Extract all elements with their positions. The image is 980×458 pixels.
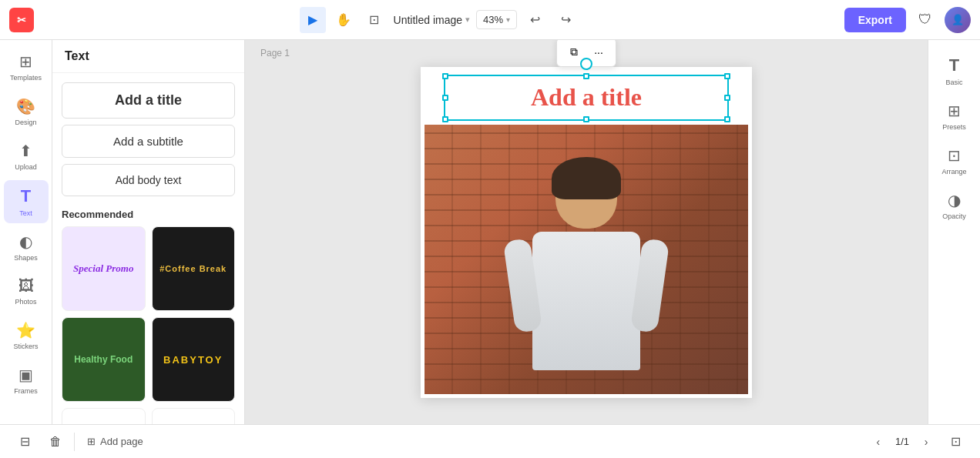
select-tool-button[interactable]: ▶ <box>300 7 326 33</box>
add-subtitle-button[interactable]: Add a subtitle <box>62 125 235 158</box>
stickers-icon: ⭐ <box>16 321 35 339</box>
presets-icon: ⊞ <box>948 102 961 120</box>
app-logo[interactable]: ✂ <box>9 8 34 32</box>
avatar[interactable]: 👤 <box>945 7 971 33</box>
text-panel: Text Add a title Add a subtitle Add body… <box>52 40 245 424</box>
undo-button[interactable]: ↩ <box>522 7 548 33</box>
delete-button[interactable]: 🗑 <box>43 430 68 454</box>
canvas-frame[interactable]: ⧉ ··· Add a title <box>421 67 752 398</box>
add-page-button[interactable]: ⊞ Add page <box>81 433 149 450</box>
person-hair <box>552 157 621 199</box>
layout-tool-button[interactable]: ⊡ <box>361 7 388 33</box>
add-title-button[interactable]: Add a title <box>62 82 235 119</box>
template-coffee-break[interactable]: #Coffee Break <box>152 226 236 311</box>
sidebar-item-templates[interactable]: ⊞ Templates <box>4 46 49 88</box>
recommended-label: Recommended <box>62 209 235 220</box>
right-panel-label: Arrange <box>941 168 966 176</box>
sidebar-item-frames[interactable]: ▣ Frames <box>4 359 49 401</box>
template-love-it[interactable]: Love it . <box>152 408 236 424</box>
more-options-button[interactable]: ··· <box>588 42 609 63</box>
opacity-icon: ◑ <box>948 191 961 209</box>
history-tools: 43% ▾ ↩ ↪ <box>476 7 579 33</box>
frames-icon: ▣ <box>18 366 33 384</box>
template-grid: Special Promo #Coffee Break Healthy Food… <box>62 226 235 424</box>
pan-tool-button[interactable]: ✋ <box>331 7 357 33</box>
bottom-bar: ⊟ 🗑 ⊞ Add page ‹ 1/1 › ⊡ <box>0 424 980 458</box>
right-panel: T Basic ⊞ Presets ⊡ Arrange ◑ Opacity <box>928 40 980 424</box>
right-panel-label: Opacity <box>942 212 966 220</box>
templates-icon: ⊞ <box>19 52 32 71</box>
page-nav: ‹ 1/1 › ⊡ <box>868 430 968 454</box>
right-panel-presets[interactable]: ⊞ Presets <box>932 95 977 137</box>
panel-body: Add a title Add a subtitle Add body text… <box>52 73 244 424</box>
right-panel-label: Basic <box>945 79 962 86</box>
prev-page-button[interactable]: ‹ <box>868 431 889 453</box>
person-figure <box>532 163 640 370</box>
basic-icon: T <box>949 55 959 75</box>
topbar-center: ▶ ✋ ⊡ Untitled image ▾ 43% ▾ ↩ ↪ <box>40 7 838 33</box>
sidebar: ⊞ Templates 🎨 Design ⬆ Upload T Text ◐ S… <box>0 40 52 424</box>
sidebar-item-label: Design <box>15 119 36 126</box>
panel-title: Text <box>52 40 244 73</box>
next-page-button[interactable]: › <box>915 431 937 453</box>
sidebar-item-stickers[interactable]: ⭐ Stickers <box>4 315 49 356</box>
template-special-promo[interactable]: Special Promo <box>62 226 146 311</box>
divider <box>74 433 75 451</box>
sidebar-item-label: Stickers <box>13 343 38 350</box>
canvas-photo[interactable] <box>425 125 748 394</box>
shapes-icon: ◐ <box>19 232 32 251</box>
grid-view-button[interactable]: ⊟ <box>12 430 37 454</box>
copy-button[interactable]: ⧉ <box>563 42 585 63</box>
text-icon: T <box>21 186 31 206</box>
sidebar-item-photos[interactable]: 🖼 Photos <box>4 271 49 312</box>
canvas-title-element[interactable]: ⧉ ··· Add a title <box>444 75 729 121</box>
template-okay[interactable]: okay. <box>62 408 146 424</box>
page-count: 1/1 <box>895 436 909 447</box>
right-panel-arrange[interactable]: ⊡ Arrange <box>932 140 977 182</box>
canvas-area: Page 1 ⧉ ··· <box>245 40 928 424</box>
main-area: ⊞ Templates 🎨 Design ⬆ Upload T Text ◐ S… <box>0 40 980 424</box>
right-panel-basic[interactable]: T Basic <box>932 49 977 92</box>
topbar-right: Export 🛡 👤 <box>844 7 971 33</box>
document-title[interactable]: Untitled image ▾ <box>394 14 471 26</box>
topbar-tools: ▶ ✋ ⊡ <box>300 7 388 33</box>
sidebar-item-label: Templates <box>10 74 42 82</box>
add-page-label: Add page <box>100 436 143 447</box>
right-panel-label: Presets <box>942 123 966 131</box>
design-icon: 🎨 <box>16 97 35 115</box>
shield-button[interactable]: 🛡 <box>912 7 938 33</box>
sidebar-item-text[interactable]: T Text <box>4 180 49 223</box>
export-button[interactable]: Export <box>844 8 906 32</box>
zoom-control[interactable]: 43% ▾ <box>476 10 517 29</box>
canvas-title-text[interactable]: Add a title <box>444 75 729 121</box>
redo-button[interactable]: ↪ <box>552 7 579 33</box>
sidebar-item-label: Photos <box>15 298 36 306</box>
upload-icon: ⬆ <box>19 142 32 160</box>
person-body <box>532 232 640 370</box>
photo-background <box>425 125 748 394</box>
add-body-button[interactable]: Add body text <box>62 164 235 196</box>
fullscreen-button[interactable]: ⊡ <box>943 430 968 454</box>
sidebar-item-design[interactable]: 🎨 Design <box>4 91 49 132</box>
template-healthy-food[interactable]: Healthy Food <box>62 317 146 402</box>
sidebar-item-label: Frames <box>14 387 38 395</box>
photos-icon: 🖼 <box>18 277 34 295</box>
person-head <box>555 163 617 229</box>
sidebar-item-upload[interactable]: ⬆ Upload <box>4 135 49 177</box>
arrange-icon: ⊡ <box>948 146 961 165</box>
template-babytoy[interactable]: BABYTOY <box>152 317 236 402</box>
add-page-icon: ⊞ <box>87 436 96 447</box>
top-bar: ✂ ▶ ✋ ⊡ Untitled image ▾ 43% ▾ ↩ ↪ Expor… <box>0 0 980 40</box>
sidebar-item-label: Text <box>19 209 32 217</box>
sidebar-item-label: Shapes <box>14 254 38 262</box>
right-panel-opacity[interactable]: ◑ Opacity <box>932 185 977 226</box>
page-label: Page 1 <box>260 48 290 59</box>
context-toolbar: ⧉ ··· <box>556 40 616 67</box>
sidebar-item-shapes[interactable]: ◐ Shapes <box>4 226 49 268</box>
sidebar-item-label: Upload <box>15 163 37 171</box>
